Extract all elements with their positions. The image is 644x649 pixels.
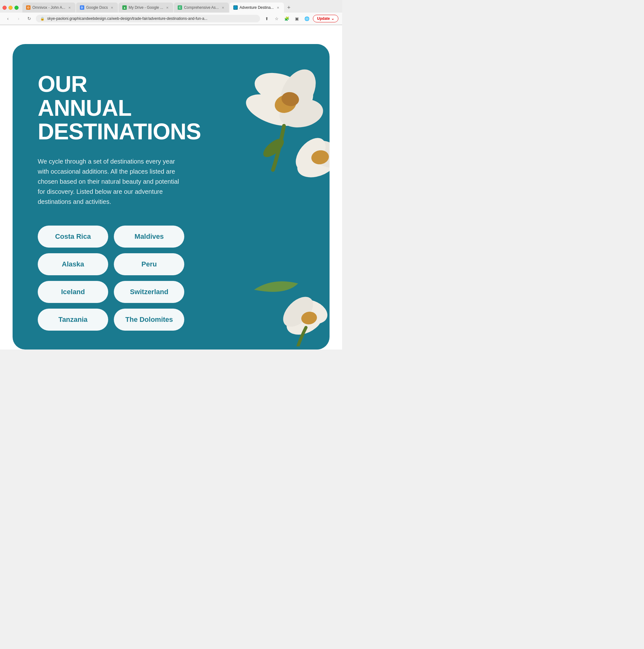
destination-label-tanzania: Tanzania [58, 315, 88, 323]
tab-docs-close[interactable]: ✕ [110, 5, 114, 10]
tab-omnivox[interactable]: O Omnivox - John A... ✕ [22, 2, 76, 12]
flower-bottom-right-decoration [248, 258, 329, 346]
tab-drive-close[interactable]: ✕ [165, 5, 170, 10]
traffic-lights [2, 6, 18, 10]
destination-pill-costa-rica[interactable]: Costa Rica [38, 225, 108, 248]
destination-pill-peru[interactable]: Peru [114, 253, 184, 275]
tab-comprehensive-close[interactable]: ✕ [221, 5, 225, 10]
omnivox-tab-icon: O [26, 5, 31, 10]
destination-pill-maldives[interactable]: Maldives [114, 225, 184, 248]
address-bar: ‹ › ↻ 🔒 skye-paoloni.graphicandwebdesign… [0, 12, 342, 25]
tab-comprehensive[interactable]: C Comprehensive As... ✕ [174, 2, 229, 12]
flower-top-right-decoration [223, 63, 329, 182]
destination-label-costa-rica: Costa Rica [55, 232, 91, 240]
drive-tab-icon: ▲ [122, 5, 127, 10]
destination-pill-alaska[interactable]: Alaska [38, 253, 108, 275]
tab-omnivox-label: Omnivox - John A... [32, 5, 65, 10]
hero-description: We cycle through a set of destinations e… [38, 156, 184, 207]
browser-actions: ⬆ ☆ 🧩 ▣ 🌐 Update ⌄ [263, 14, 338, 23]
tab-bar: O Omnivox - John A... ✕ D Google Docs ✕ … [0, 0, 342, 12]
destination-pill-iceland[interactable]: Iceland [38, 281, 108, 303]
tab-adventure[interactable]: 🌐 Adventure Destina... ✕ [230, 2, 284, 12]
share-button[interactable]: ⬆ [263, 14, 271, 23]
reader-view-button[interactable]: ▣ [293, 14, 301, 23]
destinations-grid: Costa Rica Maldives Alaska Peru Iceland … [38, 225, 184, 331]
url-field[interactable]: 🔒 skye-paoloni.graphicandwebdesign.ca/we… [36, 15, 260, 22]
tab-comprehensive-label: Comprehensive As... [184, 5, 219, 10]
hero-text-section: OUR ANNUAL DESTINATIONS We cycle through… [38, 72, 184, 331]
forward-button[interactable]: › [14, 14, 22, 23]
destination-label-iceland: Iceland [61, 288, 85, 296]
close-button[interactable] [2, 6, 7, 10]
minimize-button[interactable] [8, 6, 12, 10]
hero-title: OUR ANNUAL DESTINATIONS [38, 72, 184, 144]
new-tab-button[interactable]: + [285, 3, 293, 12]
tab-docs-label: Google Docs [86, 5, 108, 10]
tab-omnivox-close[interactable]: ✕ [67, 5, 72, 10]
hero-card: OUR ANNUAL DESTINATIONS We cycle through… [12, 44, 329, 349]
destination-label-alaska: Alaska [62, 260, 84, 268]
destination-label-peru: Peru [141, 260, 157, 268]
destination-pill-switzerland[interactable]: Switzerland [114, 281, 184, 303]
destination-pill-the-dolomites[interactable]: The Dolomites [114, 309, 184, 331]
tab-my-drive[interactable]: ▲ My Drive - Google ... ✕ [119, 2, 173, 12]
destination-label-the-dolomites: The Dolomites [126, 315, 173, 323]
back-button[interactable]: ‹ [4, 14, 12, 23]
update-chevron-icon: ⌄ [331, 16, 334, 21]
maximize-button[interactable] [14, 6, 18, 10]
update-button[interactable]: Update ⌄ [313, 15, 338, 22]
comprehensive-tab-icon: C [178, 5, 182, 10]
bookmark-button[interactable]: ☆ [273, 14, 281, 23]
hero-title-line1: OUR ANNUAL [38, 72, 131, 121]
adventure-tab-icon: 🌐 [233, 5, 238, 10]
destination-pill-tanzania[interactable]: Tanzania [38, 309, 108, 331]
tab-adventure-label: Adventure Destina... [240, 5, 274, 10]
update-label: Update [317, 16, 330, 21]
reload-button[interactable]: ↻ [25, 14, 33, 23]
tab-drive-label: My Drive - Google ... [129, 5, 163, 10]
url-text: skye-paoloni.graphicandwebdesign.ca/web-… [47, 16, 208, 21]
profile-button[interactable]: 🌐 [303, 14, 311, 23]
docs-tab-icon: D [80, 5, 84, 10]
tab-google-docs[interactable]: D Google Docs ✕ [76, 2, 118, 12]
hero-title-line2: DESTINATIONS [38, 119, 201, 144]
destination-label-switzerland: Switzerland [130, 288, 168, 296]
destination-label-maldives: Maldives [135, 232, 164, 240]
lock-icon: 🔒 [40, 17, 45, 21]
browser-chrome: O Omnivox - John A... ✕ D Google Docs ✕ … [0, 0, 342, 25]
tab-adventure-close[interactable]: ✕ [276, 5, 280, 10]
extensions-button[interactable]: 🧩 [283, 14, 291, 23]
page-content: OUR ANNUAL DESTINATIONS We cycle through… [0, 25, 342, 349]
